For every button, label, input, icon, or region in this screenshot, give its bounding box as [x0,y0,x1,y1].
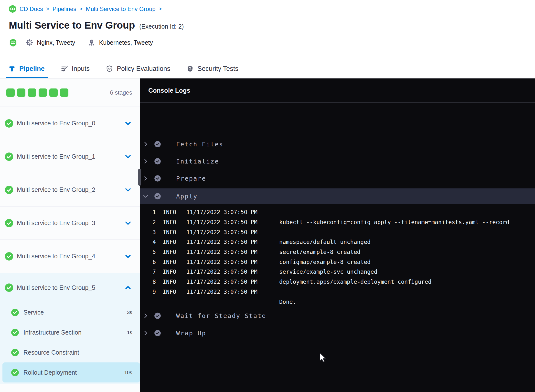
stage-progress-square[interactable] [28,88,36,97]
stage-name: Multi service to Env Group_1 [17,153,124,160]
stage-progress-square[interactable] [17,88,25,97]
console-step-fetch-files[interactable]: Fetch Files [140,136,535,152]
chevron-down-icon [142,193,149,199]
breadcrumb-item-pipeline-name[interactable]: Multi Service to Env Group [86,6,155,12]
breadcrumb-separator: > [79,6,83,12]
log-message: Done. [279,299,296,305]
scrollbar-thumb[interactable] [138,169,141,186]
environments-group: Kubernetes, Tweety [88,39,153,46]
console-step-apply[interactable]: Apply [140,188,535,204]
stage-row[interactable]: Multi service to Env Group_4 [0,240,140,273]
log-line-number: 7 [140,269,156,275]
inputs-icon [61,65,68,73]
step-row-rollout-deployment[interactable]: Rollout Deployment 10s [2,362,140,382]
title-row: Multi Service to Env Group (Execution Id… [9,20,184,31]
console-step-initialize[interactable]: Initialize [140,153,535,169]
log-line: 2 INFO 11/17/2022 3:07:50 PM kubectl --k… [140,217,535,227]
tab-pipeline[interactable]: Pipeline [8,59,45,78]
log-line: 7 INFO 11/17/2022 3:07:50 PM service/exa… [140,267,535,277]
services-group: Nginx, Tweety [26,39,75,46]
chevron-down-icon[interactable] [124,120,132,127]
log-level: INFO [163,279,176,285]
chevron-down-icon[interactable] [124,219,132,227]
step-row-infrastructure[interactable]: Infrastructure Section 1s [0,322,140,342]
log-line-number: 6 [140,259,156,265]
stage-row[interactable]: Multi service to Env Group_1 [0,140,140,173]
stage-progress-square[interactable] [39,88,47,97]
success-check-icon [11,349,19,356]
breadcrumb: CD Docs > Pipelines > Multi Service to E… [9,5,162,13]
tab-policy-evaluations[interactable]: Policy Evaluations [106,59,170,78]
log-line-number: 9 [140,289,156,295]
console-step-wait-for-steady-state[interactable]: Wait for Steady State [140,308,535,324]
breadcrumb-item-pipelines[interactable]: Pipelines [53,6,76,12]
chevron-up-icon[interactable] [124,284,132,291]
chevron-down-icon[interactable] [124,153,132,160]
stage-list-bottom-strip [0,384,140,392]
tab-security-tests-label: Security Tests [197,65,238,73]
log-line: 6 INFO 11/17/2022 3:07:50 PM configmap/e… [140,257,535,267]
log-timestamp: 11/17/2022 3:07:50 PM [186,209,257,215]
step-duration: 10s [124,370,132,375]
stage-row[interactable]: Multi service to Env Group_0 [0,107,140,140]
log-message: kubectl --kubeconfig=config apply --file… [279,219,509,225]
chevron-right-icon [142,313,149,319]
step-name: Infrastructure Section [23,329,127,336]
stage-progress-square[interactable] [6,88,15,97]
console-log-output: 1 INFO 11/17/2022 3:07:50 PM 2 INFO 11/1… [140,207,535,307]
step-row-service[interactable]: Service 3s [0,302,140,322]
tab-inputs[interactable]: Inputs [61,59,90,78]
cd-module-icon [9,39,17,47]
step-row-resource-constraint[interactable]: Resource Constraint [0,342,140,362]
success-check-icon [154,175,161,182]
chevron-down-icon[interactable] [124,253,132,260]
chevron-right-icon [142,330,149,336]
log-line: 1 INFO 11/17/2022 3:07:50 PM [140,207,535,217]
success-check-icon [5,186,13,194]
console-step-name: Prepare [176,175,206,182]
log-level: INFO [163,259,176,265]
stage-name: Multi service to Env Group_3 [17,219,124,227]
log-message: configmap/example-8 created [279,259,371,265]
console-step-name: Wait for Steady State [176,312,266,319]
stage-name: Multi service to Env Group_5 [17,284,124,291]
log-timestamp: 11/17/2022 3:07:50 PM [186,219,257,225]
console-step-prepare[interactable]: Prepare [140,171,535,186]
stage-name: Multi service to Env Group_0 [17,120,124,127]
environment-icon [88,39,95,46]
stage-progress-square[interactable] [60,88,68,97]
stage-row[interactable]: Multi service to Env Group_2 [0,173,140,207]
console-step-name: Apply [176,193,198,200]
chevron-right-icon [142,158,149,164]
log-level: INFO [163,249,176,255]
stage-row[interactable]: Multi service to Env Group_3 [0,207,140,240]
stage-progress-square[interactable] [49,88,58,97]
success-check-icon [5,252,13,261]
log-timestamp: 11/17/2022 3:07:50 PM [186,259,257,265]
console-step-wrap-up[interactable]: Wrap Up [140,325,535,341]
chevron-down-icon[interactable] [124,186,132,194]
page-title: Multi Service to Env Group [9,20,135,31]
console-step-name: Fetch Files [176,141,223,148]
console-title: Console Logs [148,87,190,94]
log-level: INFO [163,229,176,235]
stage-row[interactable]: Multi service to Env Group_5 [0,273,140,302]
stage-progress-squares [6,88,68,97]
log-timestamp: 11/17/2022 3:07:50 PM [186,289,257,295]
log-timestamp: 11/17/2022 3:07:50 PM [186,269,257,275]
log-timestamp: 11/17/2022 3:07:50 PM [186,279,257,285]
step-name: Resource Constraint [23,349,132,356]
log-line: Done. [140,297,535,307]
log-line: 4 INFO 11/17/2022 3:07:50 PM namespace/d… [140,237,535,247]
success-check-icon [154,312,161,319]
breadcrumb-item-cd-docs[interactable]: CD Docs [20,6,43,12]
cd-module-icon [9,5,16,13]
stage-name: Multi service to Env Group_4 [17,253,124,260]
log-line: 5 INFO 11/17/2022 3:07:50 PM secret/exam… [140,247,535,257]
policy-shield-check-icon [106,65,113,73]
log-line: 8 INFO 11/17/2022 3:07:50 PM deployment.… [140,277,535,287]
tab-security-tests[interactable]: Security Tests [186,59,238,78]
log-message: service/example-svc unchanged [279,269,377,275]
console-body: Fetch Files Initialize Prepare Apply 1 [140,103,535,392]
log-line-number: 4 [140,239,156,245]
